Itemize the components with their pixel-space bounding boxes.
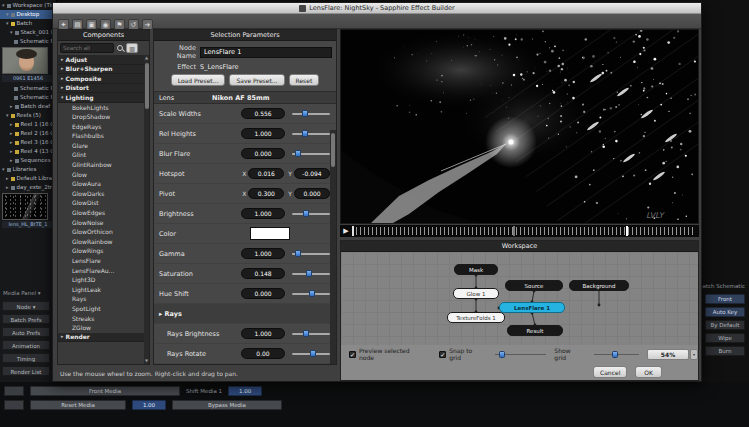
media-button-reset-media[interactable]: Reset Media [30,400,126,410]
component-item-lensflare[interactable]: LensFlare [58,256,149,266]
clip-thumbnail-night[interactable] [2,193,48,220]
batch-button-render-list[interactable]: Render List [2,366,50,376]
param-slider[interactable] [292,249,330,258]
filter-button[interactable]: ▥ [126,43,138,53]
scroll-up-icon[interactable]: ▲ [144,55,149,61]
preview-selected-node-checkbox[interactable]: ✓ Preview selected node [349,347,425,361]
component-item-glint[interactable]: Glint [58,150,149,160]
clip-thumbnail-portrait[interactable] [2,47,48,74]
timeline-ruler[interactable] [352,227,695,235]
component-item-glintrainbow[interactable]: GlintRainbow [58,160,149,170]
param-slider[interactable] [292,289,330,298]
tree-item[interactable]: ▸Reel 2 (16 Clip) [0,129,56,138]
scroll-down-icon[interactable]: ▼ [144,358,149,364]
param-x-field[interactable]: 0.300 [248,188,284,199]
param-value-field[interactable]: 1.000 [241,128,285,139]
component-item-glowrings[interactable]: GlowRings [58,246,149,256]
media-cell[interactable] [4,400,24,410]
cancel-button[interactable]: Cancel [593,366,627,378]
preview-viewport[interactable]: LVLY [340,29,699,224]
components-group-render[interactable]: ▸Render [58,333,149,343]
param-value-field[interactable]: 0.000 [241,288,285,299]
tree-item[interactable]: ▸Batch deaf (2) [0,102,56,111]
param-y-field[interactable]: -0.094 [294,168,330,179]
new-setup-icon[interactable]: ✦ [58,19,69,30]
tree-item[interactable]: ▾Desktop [0,10,56,19]
param-value-field[interactable]: 1.000 [241,248,285,259]
flag-icon[interactable]: ⚑ [114,19,125,30]
reset-button[interactable]: Reset [289,74,320,86]
grid-size-slider[interactable] [495,350,546,359]
param-value-field[interactable]: 1.000 [241,208,285,219]
lens-row[interactable]: Lens Nikon AF 85mm [154,91,336,104]
param-y-field[interactable]: 0.000 [294,188,330,199]
load-preset-button[interactable]: Load Preset... [171,74,226,86]
tree-item[interactable]: Schematic R... [0,93,56,102]
param-slider[interactable] [292,269,330,278]
component-item-edgerays[interactable]: EdgeRays [58,122,149,132]
zoom-slider[interactable] [594,350,639,359]
component-item-flashbulbs[interactable]: Flashbulbs [58,131,149,141]
batch-button-burn[interactable]: Burn [705,346,745,356]
snapshot-icon[interactable]: ◉ [100,19,111,30]
param-slider[interactable] [292,149,330,158]
graph-node-result[interactable]: Result [507,325,563,336]
batch-button-front[interactable]: Front [705,294,745,304]
param-value-field[interactable]: 0.148 [241,268,285,279]
param-value-field[interactable]: 1.000 [241,328,285,339]
save-preset-button[interactable]: Save Preset... [229,74,284,86]
parameters-scrollbar[interactable] [330,130,336,364]
graph-node-lensflare-1[interactable]: LensFlare 1 [499,302,565,313]
batch-button-auto-key[interactable]: Auto Key [705,307,745,317]
graph-node-mask[interactable]: Mask [454,264,498,275]
component-item-glowdarks[interactable]: GlowDarks [58,189,149,199]
param-value-field[interactable]: 0.000 [241,148,285,159]
component-item-bokehlights[interactable]: BokehLights [58,103,149,113]
batch-button-batch-prefs[interactable]: Batch Prefs [2,314,50,324]
param-slider[interactable] [292,329,330,338]
param-value-field[interactable]: 0.00 [241,348,285,359]
components-group-lighting[interactable]: ▾Lighting [58,93,149,103]
ok-button[interactable]: OK [635,366,662,378]
tree-item[interactable]: ▸Sequences (4) [0,156,56,165]
batch-button-node-[interactable]: Node ▾ [2,301,50,311]
tree-item[interactable]: ▸day_exte_2tre_1 [0,183,56,192]
tree-item[interactable]: Schematic R... [0,84,56,93]
param-slider[interactable] [292,209,330,218]
param-slider[interactable] [292,129,330,138]
tree-item[interactable]: ▸Reel 1 (16 Clip) [0,120,56,129]
component-item-lightleak[interactable]: LightLeak [58,285,149,295]
component-item-glowedges[interactable]: GlowEdges [58,208,149,218]
media-button-bypass-media[interactable]: Bypass Media [172,400,282,410]
undo-icon[interactable]: ↺ [128,19,139,30]
media-button-front-media[interactable]: Front Media [30,386,180,396]
param-slider[interactable] [292,349,330,358]
component-item-glare[interactable]: Glare [58,141,149,151]
play-button[interactable]: ▶ [340,227,352,235]
redo-icon[interactable]: ➜ [142,19,153,30]
open-icon[interactable]: ▤ [72,19,83,30]
tree-item[interactable]: Schematic R... [0,37,56,46]
components-scrollbar[interactable]: ▲ ▼ [144,55,149,364]
tree-item[interactable]: ▾Reels (5) [0,111,56,120]
component-item-glowaura[interactable]: GlowAura [58,179,149,189]
color-swatch[interactable] [250,227,290,240]
tree-item[interactable]: ▸Reel 3 (16 Clip) [0,138,56,147]
playhead[interactable] [626,226,628,236]
tree-item[interactable]: ▾Workspace (Timel... [0,1,56,10]
component-item-dropshadow[interactable]: DropShadow [58,112,149,122]
media-value-field[interactable]: 1.00 [132,400,166,410]
component-item-rays[interactable]: Rays [58,294,149,304]
batch-button-auto-prefs[interactable]: Auto Prefs [2,327,50,337]
graph-node-texturefolds-1[interactable]: TextureFolds 1 [447,312,505,323]
component-item-gloworthicon[interactable]: GlowOrthicon [58,227,149,237]
component-item-glowrainbow[interactable]: GlowRainbow [58,237,149,247]
save-icon[interactable]: ▣ [86,19,97,30]
tree-item[interactable]: ▸Default Library [0,174,56,183]
tree-item[interactable]: ▾Libraries [0,165,56,174]
component-item-streaks[interactable]: Streaks [58,314,149,324]
batch-button-wipe[interactable]: Wipe [705,333,745,343]
param-x-field[interactable]: 0.016 [248,168,284,179]
component-item-glowdist[interactable]: GlowDist [58,198,149,208]
media-value-field[interactable]: 1.00 [228,386,262,396]
